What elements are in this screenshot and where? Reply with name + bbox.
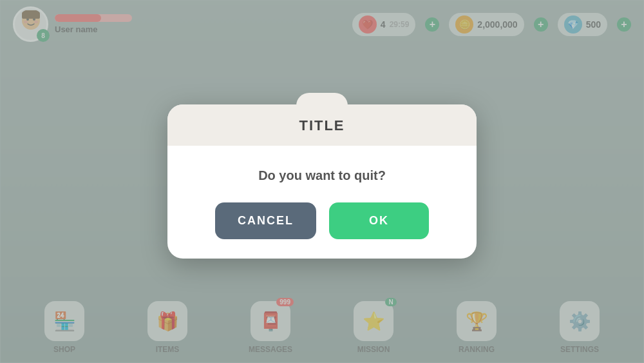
quit-dialog: TITLE Do you want to quit? CANCEL OK: [167, 104, 477, 259]
dialog-buttons: CANCEL OK: [193, 202, 451, 239]
cancel-button[interactable]: CANCEL: [215, 202, 316, 239]
ok-button[interactable]: OK: [329, 202, 429, 239]
dialog-message: Do you want to quit?: [193, 168, 451, 183]
dialog-body: Do you want to quit? CANCEL OK: [167, 146, 477, 259]
dialog-title: TITLE: [299, 117, 345, 133]
modal-overlay: TITLE Do you want to quit? CANCEL OK: [0, 0, 644, 363]
dialog-header: TITLE: [167, 104, 477, 146]
